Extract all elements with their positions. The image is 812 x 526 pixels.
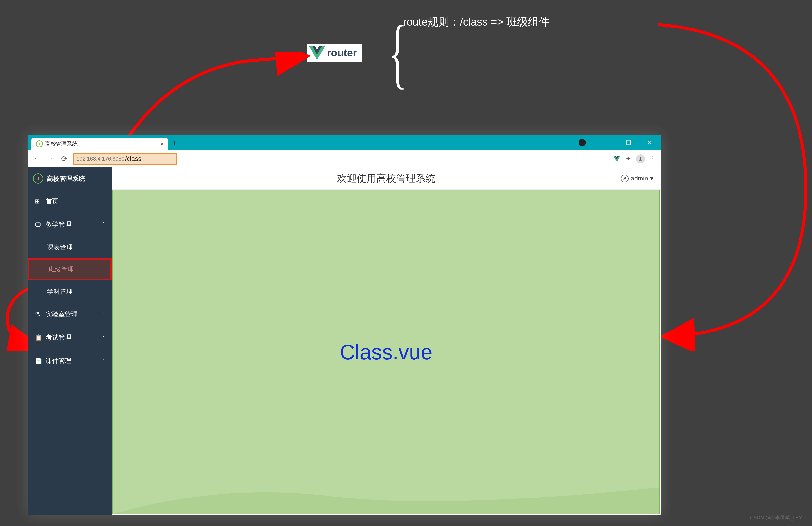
forward-button[interactable]: → (45, 154, 56, 164)
minimize-button[interactable]: — (596, 135, 618, 150)
submenu-label: 课表管理 (47, 243, 73, 252)
menu-teaching[interactable]: 🖵 教学管理 ˄ (28, 213, 112, 236)
extensions-icon[interactable]: ✦ (624, 155, 633, 163)
username: admin (631, 175, 648, 182)
window-controls: — ☐ ✕ (579, 135, 661, 150)
monitor-icon: 🖵 (35, 221, 42, 228)
menu-courseware[interactable]: 📄 课件管理 ˅ (28, 349, 112, 372)
clipboard-icon: 📋 (35, 334, 42, 341)
router-view: Class.vue (112, 190, 660, 514)
menu-label: 考试管理 (46, 333, 71, 342)
incognito-icon (579, 139, 586, 146)
menu-label: 课件管理 (46, 356, 71, 365)
submenu-schedule[interactable]: 课表管理 (28, 236, 112, 258)
user-icon (621, 175, 629, 182)
user-dropdown[interactable]: admin ▾ (621, 175, 653, 182)
browser-window: 高校管理系统 × + — ☐ ✕ ← → ⟳ 192.168.4.176:808… (28, 135, 661, 515)
submenu-label: 学科管理 (47, 287, 73, 296)
browser-tab[interactable]: 高校管理系统 × (31, 137, 168, 150)
dashboard-icon: ⊞ (35, 198, 42, 205)
component-name: Class.vue (340, 340, 433, 364)
svg-point-8 (624, 177, 625, 178)
new-tab-button[interactable]: + (172, 138, 177, 148)
menu-home[interactable]: ⊞ 首页 (28, 190, 112, 213)
chevron-up-icon: ˄ (102, 222, 105, 228)
back-button[interactable]: ← (31, 154, 42, 164)
menu-label: 实验室管理 (46, 310, 78, 319)
menu-label: 教学管理 (46, 220, 71, 229)
hill-decoration (113, 470, 659, 514)
chevron-down-icon: ˅ (102, 335, 105, 340)
tab-title: 高校管理系统 (45, 140, 78, 148)
submenu-class[interactable]: 班级管理 (28, 258, 112, 280)
vue-router-box: router (307, 44, 362, 62)
welcome-text: 欢迎使用高校管理系统 (337, 172, 435, 185)
menu-label: 首页 (46, 197, 58, 206)
route-rule-text: route规则：/class => 班级组件 (403, 15, 550, 29)
chevron-down-icon: ˅ (102, 358, 105, 364)
app-area: 高校管理系统 ⊞ 首页 🖵 教学管理 ˄ 课表管理 班级管理 学科管理 (28, 167, 661, 515)
menu-lab[interactable]: ⚗ 实验室管理 ˅ (28, 303, 112, 326)
browser-tab-bar: 高校管理系统 × + — ☐ ✕ (28, 135, 661, 150)
reload-button[interactable]: ⟳ (59, 154, 69, 164)
tab-favicon-icon (36, 141, 43, 147)
lab-icon: ⚗ (35, 311, 42, 318)
url-path: /class (125, 155, 141, 163)
content-header: 欢迎使用高校管理系统 admin ▾ (112, 167, 661, 190)
vue-logo-icon (309, 46, 325, 60)
maximize-button[interactable]: ☐ (618, 135, 639, 150)
router-label: router (327, 47, 357, 59)
document-icon: 📄 (35, 357, 42, 364)
browser-menu-button[interactable]: ⋮ (648, 155, 657, 163)
main-content: 欢迎使用高校管理系统 admin ▾ Class.vue (112, 167, 661, 515)
tab-close-button[interactable]: × (160, 141, 164, 147)
url-field[interactable]: 192.168.4.176:8080 /class (73, 153, 177, 165)
sidebar: 高校管理系统 ⊞ 首页 🖵 教学管理 ˄ 课表管理 班级管理 学科管理 (28, 167, 112, 515)
chevron-down-icon: ▾ (650, 175, 653, 182)
app-logo-icon (33, 173, 43, 184)
submenu-subject[interactable]: 学科管理 (28, 280, 112, 303)
chevron-down-icon: ˅ (102, 311, 105, 317)
window-close-button[interactable]: ✕ (639, 135, 661, 150)
submenu-label: 班级管理 (48, 265, 74, 274)
address-bar: ← → ⟳ 192.168.4.176:8080 /class ✦ ⋮ (28, 150, 661, 167)
sidebar-header: 高校管理系统 (28, 167, 112, 190)
menu-exam[interactable]: 📋 考试管理 ˅ (28, 326, 112, 349)
url-host: 192.168.4.176:8080 (76, 156, 125, 162)
arrow-router-to-component (649, 17, 811, 351)
sidebar-title: 高校管理系统 (47, 174, 85, 183)
vue-extension-icon[interactable] (613, 156, 620, 162)
watermark: CSDN @小李同学_LHY (750, 514, 802, 521)
profile-button[interactable] (636, 155, 645, 163)
svg-point-7 (640, 157, 641, 159)
